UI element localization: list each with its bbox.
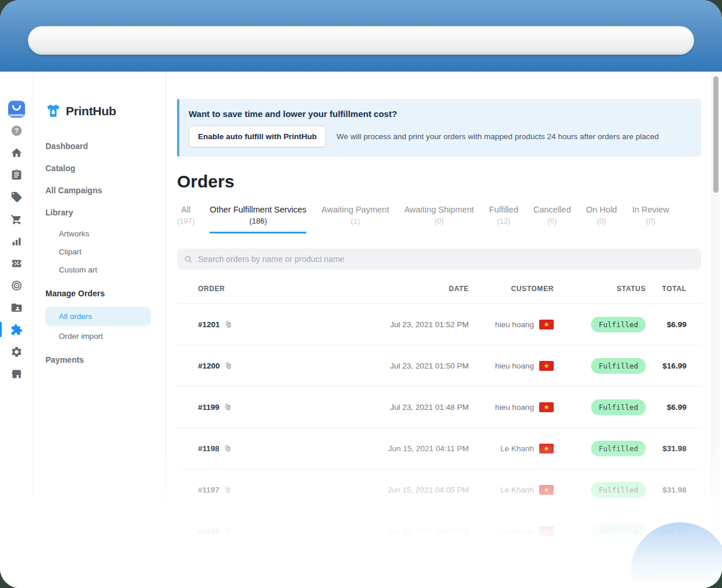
orders-table: ORDERDATECUSTOMERSTATUSTOTAL #1201Jul 23… — [177, 270, 701, 551]
vietnam-flag-icon: ★ — [539, 485, 554, 495]
sidebar-item-custom-art[interactable]: Custom art — [33, 262, 165, 278]
tab-count: (0) — [533, 217, 571, 225]
sidebar-item-payments[interactable]: Payments — [33, 351, 165, 369]
copy-order-icon[interactable] — [224, 320, 232, 328]
column-header-order: ORDER — [198, 285, 323, 293]
sidebar-item-library[interactable]: Library — [33, 204, 165, 221]
order-total: $16.99 — [646, 362, 686, 370]
table-row[interactable]: #1200Jul 23, 2021 01:50 PMhieu hoang★Ful… — [177, 345, 701, 386]
tab-count: (12) — [489, 217, 518, 225]
copy-order-icon[interactable] — [224, 486, 231, 494]
customer-cell: hieu hoang★ — [469, 320, 554, 330]
page-title: Orders — [177, 172, 701, 192]
scrollbar-thumb[interactable] — [713, 76, 719, 193]
logo-text: PrintHub — [66, 104, 116, 118]
tab-count: (197) — [177, 217, 194, 225]
tab-on-hold[interactable]: On Hold(0) — [586, 205, 617, 233]
customer-name: hieu hoang — [495, 403, 534, 412]
order-number[interactable]: #1199 — [198, 403, 220, 412]
search-bar — [177, 249, 701, 270]
order-number[interactable]: #1201 — [198, 320, 220, 329]
order-number[interactable]: #1197 — [198, 486, 220, 494]
sidebar-item-all-orders[interactable]: All orders — [45, 307, 151, 326]
customer-cell: Le Khanh★ — [469, 444, 554, 454]
customer-name: hieu hoang — [495, 362, 534, 370]
vietnam-flag-icon: ★ — [539, 526, 554, 536]
status-badge: Fulfilled — [591, 441, 646, 456]
orders-clipboard-icon[interactable] — [0, 164, 33, 186]
order-number[interactable]: #1196 — [198, 527, 220, 536]
sidebar-item-all-campaigns[interactable]: All Campaigns — [33, 182, 165, 199]
customer-cell: Le Khanh★ — [469, 485, 554, 495]
tab-fulfilled[interactable]: Fulfilled(12) — [489, 205, 518, 233]
tab-in-review[interactable]: In Review(0) — [632, 205, 670, 233]
analytics-chart-icon[interactable] — [0, 230, 33, 252]
promo-banner: Want to save time and lower your fulfill… — [177, 99, 701, 157]
status-badge: Fulfilled — [591, 399, 646, 415]
order-number[interactable]: #1200 — [198, 362, 220, 370]
status-cell: Fulfilled — [554, 399, 646, 415]
discount-icon[interactable] — [0, 252, 33, 274]
customers-folder-icon[interactable] — [0, 296, 33, 318]
copy-order-icon[interactable] — [224, 527, 231, 535]
app-logo-icon[interactable] — [0, 98, 33, 119]
order-number[interactable]: #1198 — [198, 444, 220, 453]
printhub-logo: PrintHub — [33, 103, 165, 119]
table-row[interactable]: #1201Jul 23, 2021 01:52 PMhieu hoang★Ful… — [177, 303, 701, 345]
sidebar-menu: DashboardCatalogAll CampaignsLibraryArtw… — [33, 137, 165, 369]
status-badge: Fulfilled — [591, 358, 646, 374]
search-input[interactable] — [197, 254, 694, 264]
copy-order-icon[interactable] — [224, 362, 232, 370]
status-cell: Fulfilled — [554, 523, 646, 539]
search-icon — [184, 255, 192, 263]
marketing-target-icon[interactable] — [0, 274, 33, 296]
customer-name: Le Khanh — [500, 444, 534, 453]
status-cell: Fulfilled — [554, 358, 646, 374]
help-icon[interactable]: ? — [0, 119, 33, 141]
vietnam-flag-icon: ★ — [539, 320, 554, 330]
copy-order-icon[interactable] — [224, 403, 231, 411]
main-content: Want to save time and lower your fulfill… — [166, 72, 722, 588]
sidebar: PrintHub DashboardCatalogAll CampaignsLi… — [33, 72, 166, 588]
settings-gear-icon[interactable] — [0, 341, 33, 363]
banner-title: Want to save time and lower your fulfill… — [189, 109, 689, 119]
vietnam-flag-icon: ★ — [539, 361, 554, 371]
tab-label: Awaiting Payment — [321, 205, 389, 214]
status-cell: Fulfilled — [554, 482, 646, 498]
order-date: Jul 23, 2021 01:52 PM — [323, 320, 469, 329]
table-header-row: ORDERDATECUSTOMERSTATUSTOTAL — [177, 270, 701, 303]
home-icon[interactable] — [0, 141, 33, 164]
sidebar-item-clipart[interactable]: Clipart — [33, 244, 165, 260]
column-header-customer: CUSTOMER — [469, 285, 554, 293]
cart-icon[interactable] — [0, 208, 33, 230]
app-tile — [8, 101, 25, 118]
online-store-icon[interactable] — [0, 363, 33, 385]
sidebar-item-dashboard[interactable]: Dashboard — [33, 137, 165, 155]
sidebar-item-order-import[interactable]: Order import — [33, 328, 165, 344]
tab-other-fulfillment-services[interactable]: Other Fulfillment Services(186) — [210, 205, 306, 233]
status-badge: Fulfilled — [591, 482, 646, 498]
banner-description: We will process and print your orders wi… — [337, 132, 659, 141]
table-row[interactable]: #1197Jun 15, 2021 04:05 PMLe Khanh★Fulfi… — [177, 469, 701, 510]
sidebar-item-manage-orders[interactable]: Manage Orders — [33, 285, 165, 302]
copy-order-icon[interactable] — [224, 444, 231, 452]
sidebar-item-artworks[interactable]: Artworks — [33, 226, 165, 242]
icon-rail: ? — [0, 72, 33, 588]
tab-awaiting-shipment[interactable]: Awaiting Shipment(0) — [404, 205, 474, 233]
tab-cancelled[interactable]: Cancelled(0) — [533, 205, 571, 233]
tab-count: (0) — [586, 217, 617, 225]
order-total: $31.98 — [646, 486, 686, 494]
address-bar[interactable] — [28, 26, 694, 55]
tab-count: (0) — [632, 217, 670, 225]
customer-name: Le Khanh — [500, 527, 534, 536]
products-tag-icon[interactable] — [0, 186, 33, 208]
sidebar-item-catalog[interactable]: Catalog — [33, 160, 165, 177]
table-row[interactable]: #1199Jul 23, 2021 01:48 PMhieu hoang★Ful… — [177, 386, 701, 427]
table-row[interactable]: #1198Jun 15, 2021 04:11 PMLe Khanh★Fulfi… — [177, 427, 701, 469]
tshirt-logo-icon — [45, 103, 61, 119]
table-row[interactable]: #1196Jun 15, 2021 04:02 PMLe Khanh★Fulfi… — [177, 510, 701, 551]
apps-puzzle-icon[interactable] — [0, 318, 33, 341]
enable-auto-fulfill-button[interactable]: Enable auto fulfill with PrintHub — [189, 126, 326, 147]
tab-awaiting-payment[interactable]: Awaiting Payment(1) — [321, 205, 389, 233]
tab-all[interactable]: All(197) — [177, 205, 194, 233]
